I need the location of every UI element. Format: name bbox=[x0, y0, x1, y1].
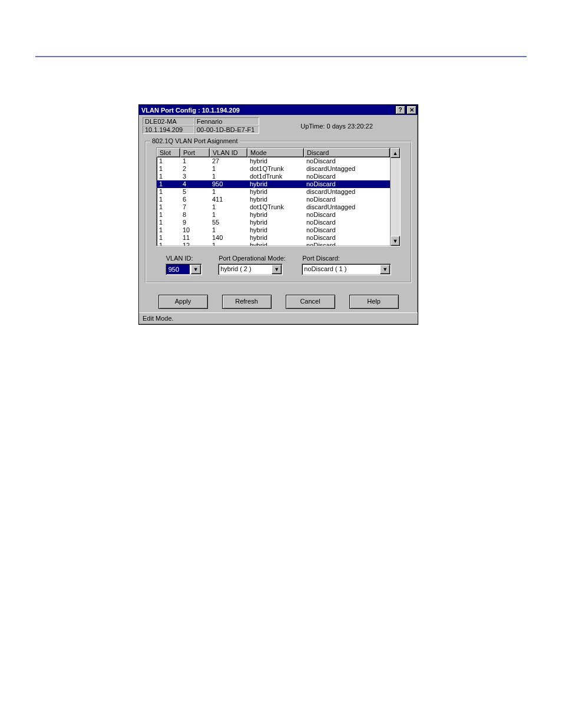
cancel-button[interactable]: Cancel bbox=[286, 295, 335, 309]
status-bar: Edit Mode. bbox=[139, 312, 418, 324]
table-row[interactable]: 1127hybridnoDiscard bbox=[157, 157, 390, 165]
device-location-field: Fennario bbox=[194, 117, 259, 126]
cell-vlan: 55 bbox=[210, 219, 247, 226]
cell-port: 10 bbox=[180, 226, 210, 234]
vlan-id-value: 950 bbox=[167, 265, 190, 274]
discard-value: noDiscard ( 1 ) bbox=[302, 264, 379, 275]
col-vlan-id[interactable]: VLAN ID bbox=[210, 148, 247, 157]
cell-discard: noDiscard bbox=[304, 226, 390, 234]
table-row[interactable]: 14950hybridnoDiscard bbox=[157, 180, 390, 188]
scrollbar[interactable]: ▲ ▼ bbox=[390, 148, 400, 246]
scroll-track[interactable] bbox=[391, 158, 400, 236]
discard-select[interactable]: noDiscard ( 1 ) ▼ bbox=[302, 263, 391, 275]
cell-port: 6 bbox=[180, 196, 210, 203]
cell-vlan: 411 bbox=[210, 196, 247, 203]
cell-mode: dot1QTrunk bbox=[247, 203, 304, 211]
table-row[interactable]: 1121hybridnoDiscard bbox=[157, 242, 390, 246]
cell-discard: noDiscard bbox=[304, 211, 390, 219]
col-port[interactable]: Port bbox=[180, 148, 210, 157]
cell-port: 9 bbox=[180, 219, 210, 226]
cell-slot: 1 bbox=[157, 196, 180, 203]
table-row[interactable]: 131dot1dTrunknoDiscard bbox=[157, 173, 390, 180]
cell-mode: hybrid bbox=[247, 196, 304, 203]
apply-button[interactable]: Apply bbox=[158, 295, 208, 309]
table-row[interactable]: 111140hybridnoDiscard bbox=[157, 234, 390, 242]
vlan-id-input[interactable]: 950 ▼ bbox=[166, 263, 202, 275]
col-slot[interactable]: Slot bbox=[157, 148, 180, 157]
cell-port: 1 bbox=[180, 157, 210, 165]
titlebar[interactable]: VLAN Port Config : 10.1.194.209 ? ✕ bbox=[139, 105, 418, 115]
cell-port: 4 bbox=[180, 180, 210, 188]
cell-discard: noDiscard bbox=[304, 219, 390, 226]
port-assignment-group: 802.1Q VLAN Port Asignment Slot Port VLA… bbox=[145, 141, 412, 283]
chevron-down-icon[interactable]: ▼ bbox=[191, 265, 201, 274]
table-row[interactable]: 1101hybridnoDiscard bbox=[157, 226, 390, 234]
chevron-down-icon[interactable]: ▼ bbox=[380, 265, 390, 274]
cell-slot: 1 bbox=[157, 180, 180, 188]
col-discard[interactable]: Discard bbox=[304, 148, 390, 157]
cell-discard: noDiscard bbox=[304, 180, 390, 188]
cell-slot: 1 bbox=[157, 219, 180, 226]
cell-slot: 1 bbox=[157, 165, 180, 173]
mode-select[interactable]: hybrid ( 2 ) ▼ bbox=[218, 263, 283, 275]
table-header: Slot Port VLAN ID Mode Discard bbox=[157, 148, 390, 157]
cell-slot: 1 bbox=[157, 226, 180, 234]
cell-port: 2 bbox=[180, 165, 210, 173]
table-row[interactable]: 121dot1QTrunkdiscardUntagged bbox=[157, 165, 390, 173]
cell-slot: 1 bbox=[157, 234, 180, 242]
cell-slot: 1 bbox=[157, 188, 180, 196]
cell-vlan: 140 bbox=[210, 234, 247, 242]
cell-discard: noDiscard bbox=[304, 173, 390, 180]
help-icon[interactable]: ? bbox=[395, 106, 405, 114]
device-mac-field: 00-00-1D-BD-E7-F1 bbox=[194, 126, 259, 134]
refresh-button[interactable]: Refresh bbox=[222, 295, 272, 309]
device-name-field: DLE02-MA bbox=[143, 117, 194, 126]
cell-mode: hybrid bbox=[247, 234, 304, 242]
cell-mode: hybrid bbox=[247, 226, 304, 234]
scroll-up-icon[interactable]: ▲ bbox=[391, 148, 400, 158]
cell-discard: discardUntagged bbox=[304, 188, 390, 196]
cell-discard: noDiscard bbox=[304, 234, 390, 242]
close-icon[interactable]: ✕ bbox=[406, 106, 416, 114]
table-row[interactable]: 171dot1QTrunkdiscardUntagged bbox=[157, 203, 390, 211]
vlan-port-config-window: VLAN Port Config : 10.1.194.209 ? ✕ DLE0… bbox=[138, 104, 418, 325]
chevron-down-icon[interactable]: ▼ bbox=[272, 265, 282, 274]
table-row[interactable]: 1955hybridnoDiscard bbox=[157, 219, 390, 226]
edit-form: VLAN ID: 950 ▼ Port Operational Mode: hy… bbox=[151, 246, 405, 275]
cell-discard: noDiscard bbox=[304, 242, 390, 246]
cell-slot: 1 bbox=[157, 157, 180, 165]
table-row[interactable]: 151hybriddiscardUntagged bbox=[157, 188, 390, 196]
table-row[interactable]: 181hybridnoDiscard bbox=[157, 211, 390, 219]
vlan-id-label: VLAN ID: bbox=[166, 255, 202, 262]
mode-value: hybrid ( 2 ) bbox=[219, 264, 271, 275]
cell-vlan: 950 bbox=[210, 180, 247, 188]
cell-mode: hybrid bbox=[247, 188, 304, 196]
cell-discard: noDiscard bbox=[304, 157, 390, 165]
table-row[interactable]: 16411hybridnoDiscard bbox=[157, 196, 390, 203]
cell-vlan: 1 bbox=[210, 188, 247, 196]
scroll-down-icon[interactable]: ▼ bbox=[391, 236, 400, 246]
cell-port: 3 bbox=[180, 173, 210, 180]
help-button[interactable]: Help bbox=[349, 295, 399, 309]
group-legend: 802.1Q VLAN Port Asignment bbox=[150, 137, 240, 144]
cell-mode: hybrid bbox=[247, 180, 304, 188]
cell-vlan: 1 bbox=[210, 165, 247, 173]
cell-port: 8 bbox=[180, 211, 210, 219]
cell-slot: 1 bbox=[157, 173, 180, 180]
uptime-label: UpTime: 0 days 23:20:22 bbox=[259, 121, 414, 130]
cell-vlan: 1 bbox=[210, 226, 247, 234]
cell-mode: dot1dTrunk bbox=[247, 173, 304, 180]
cell-discard: discardUntagged bbox=[304, 165, 390, 173]
cell-slot: 1 bbox=[157, 211, 180, 219]
cell-mode: hybrid bbox=[247, 211, 304, 219]
cell-vlan: 1 bbox=[210, 203, 247, 211]
cell-port: 11 bbox=[180, 234, 210, 242]
col-mode[interactable]: Mode bbox=[247, 148, 304, 157]
cell-port: 5 bbox=[180, 188, 210, 196]
cell-discard: noDiscard bbox=[304, 196, 390, 203]
discard-label: Port Discard: bbox=[302, 255, 391, 262]
cell-mode: hybrid bbox=[247, 157, 304, 165]
cell-mode: hybrid bbox=[247, 219, 304, 226]
port-table[interactable]: Slot Port VLAN ID Mode Discard 1127hybri… bbox=[156, 147, 401, 246]
cell-vlan: 27 bbox=[210, 157, 247, 165]
